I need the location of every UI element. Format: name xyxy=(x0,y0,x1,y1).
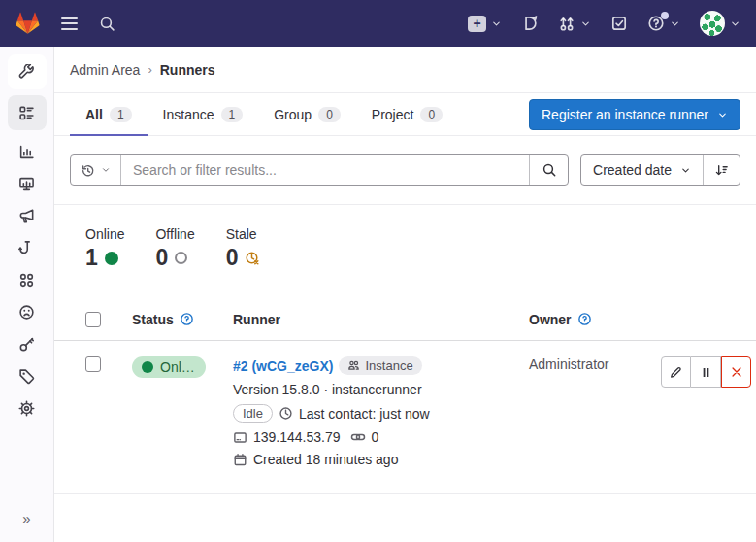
hook-icon xyxy=(18,240,35,256)
owner-help-icon[interactable] xyxy=(577,312,592,326)
topbar-search-button[interactable] xyxy=(99,16,115,32)
tab-instance-count: 1 xyxy=(221,107,244,122)
row-checkbox[interactable] xyxy=(85,356,101,372)
runner-summary-cell: #2 (wCG_zeGX) Instance Version 15.8.0 · … xyxy=(233,356,529,474)
user-avatar xyxy=(700,11,725,36)
runner-status-stats: Online 1 Offline 0 Stale 0 xyxy=(70,205,756,298)
runner-linked-jobs-count: 0 xyxy=(372,429,379,445)
sad-face-icon xyxy=(18,304,35,321)
top-navigation-bar: + xyxy=(0,0,756,47)
sidebar-item-abuse-reports[interactable] xyxy=(8,296,47,327)
chevron-down-icon xyxy=(717,110,728,120)
chevron-down-icon xyxy=(491,18,502,29)
main-content: Admin Area › Runners All 1 Instance 1 Gr… xyxy=(54,47,756,542)
issues-button[interactable] xyxy=(521,15,539,32)
runner-owner-link[interactable]: Administrator xyxy=(529,356,608,372)
tab-all[interactable]: All 1 xyxy=(70,93,148,136)
sidebar-item-deploy-keys[interactable] xyxy=(8,328,47,359)
runner-status-badge: Online xyxy=(132,356,206,378)
breadcrumb-separator: › xyxy=(148,62,151,77)
hamburger-menu-button[interactable] xyxy=(61,17,78,30)
gitlab-admin-runners-page: + xyxy=(0,0,756,542)
search-input[interactable] xyxy=(121,155,529,185)
help-menu-button[interactable] xyxy=(647,15,680,32)
sidebar-expand-button[interactable]: » xyxy=(15,506,38,530)
runner-idle-badge: Idle xyxy=(233,404,273,423)
edit-runner-button[interactable] xyxy=(661,356,691,388)
merge-request-icon xyxy=(558,15,575,32)
delete-runner-button[interactable] xyxy=(721,356,751,388)
pause-runner-button[interactable] xyxy=(691,356,721,388)
pencil-icon xyxy=(670,365,683,379)
tab-all-count: 1 xyxy=(110,107,132,122)
link-icon xyxy=(350,429,366,445)
offline-status-icon xyxy=(175,252,187,264)
filtered-search-box xyxy=(70,154,569,186)
tab-project-label: Project xyxy=(372,107,414,122)
sidebar-item-analytics[interactable] xyxy=(8,136,47,167)
sort-descending-icon xyxy=(714,163,729,178)
sidebar-item-monitoring[interactable] xyxy=(8,168,47,199)
breadcrumb-admin-area-link[interactable]: Admin Area xyxy=(70,62,140,78)
overview-icon xyxy=(18,105,35,121)
issues-icon xyxy=(521,15,539,32)
column-owner-label: Owner xyxy=(529,312,572,327)
stat-stale: Stale 0 xyxy=(226,226,261,271)
sort-by-dropdown[interactable]: Created date xyxy=(581,155,703,185)
tab-instance[interactable]: Instance 1 xyxy=(148,93,259,136)
label-tag-icon xyxy=(18,368,35,385)
stat-stale-label: Stale xyxy=(226,226,261,242)
sidebar-item-overview[interactable] xyxy=(8,95,47,130)
runner-actions-cell xyxy=(661,356,751,388)
magnifier-icon xyxy=(542,162,557,178)
register-instance-runner-button[interactable]: Register an instance runner xyxy=(529,99,740,130)
runner-type-label: Instance xyxy=(365,358,412,373)
runner-last-contact: Last contact: just now xyxy=(299,406,430,422)
sort-direction-button[interactable] xyxy=(703,155,740,185)
runner-status-text: Online xyxy=(160,359,196,375)
todos-button[interactable] xyxy=(610,15,628,32)
chevron-down-icon xyxy=(101,165,111,175)
runner-link[interactable]: #2 (wCG_zeGX) xyxy=(233,358,333,374)
clock-icon xyxy=(279,406,293,421)
stat-online: Online 1 xyxy=(85,226,124,271)
breadcrumb-current-page: Runners xyxy=(160,62,215,78)
topbar-right-group: + xyxy=(468,11,740,36)
runner-row: Online #2 (wCG_zeGX) Instance xyxy=(54,341,756,494)
sidebar-item-system-hooks[interactable] xyxy=(8,232,47,263)
todo-check-icon xyxy=(610,15,628,32)
register-button-label: Register an instance runner xyxy=(542,107,708,122)
sidebar-item-admin-area[interactable] xyxy=(8,54,47,89)
gitlab-logo[interactable] xyxy=(16,12,40,35)
plus-icon: + xyxy=(468,16,486,32)
megaphone-icon xyxy=(18,208,35,224)
tab-project[interactable]: Project 0 xyxy=(356,93,458,136)
merge-requests-button[interactable] xyxy=(558,15,591,32)
tab-group[interactable]: Group 0 xyxy=(258,93,356,136)
search-submit-button[interactable] xyxy=(529,155,568,185)
chevron-down-icon xyxy=(670,18,680,29)
sort-control: Created date xyxy=(580,154,740,186)
sidebar-item-applications[interactable] xyxy=(8,264,47,295)
status-help-icon[interactable] xyxy=(180,312,194,326)
monitor-icon xyxy=(18,176,35,192)
tab-group-count: 0 xyxy=(318,107,341,122)
wrench-icon xyxy=(18,64,35,81)
select-all-checkbox[interactable] xyxy=(85,312,101,327)
hamburger-icon xyxy=(61,17,78,30)
stat-offline-label: Offline xyxy=(155,226,194,242)
gitlab-tanuki-icon xyxy=(16,12,40,35)
user-menu-button[interactable] xyxy=(700,11,740,36)
search-history-dropdown[interactable] xyxy=(71,155,121,185)
filter-bar: Created date xyxy=(54,136,756,205)
new-menu-button[interactable]: + xyxy=(468,16,502,32)
sidebar-item-messages[interactable] xyxy=(8,200,47,231)
tab-instance-label: Instance xyxy=(163,107,214,122)
breadcrumb: Admin Area › Runners xyxy=(54,47,756,93)
column-runner-label: Runner xyxy=(233,312,529,327)
tab-project-count: 0 xyxy=(420,107,443,122)
tab-all-label: All xyxy=(85,107,103,122)
sidebar-item-labels[interactable] xyxy=(8,360,47,391)
sidebar-item-settings[interactable] xyxy=(8,392,47,423)
admin-sidebar: » xyxy=(0,47,54,542)
